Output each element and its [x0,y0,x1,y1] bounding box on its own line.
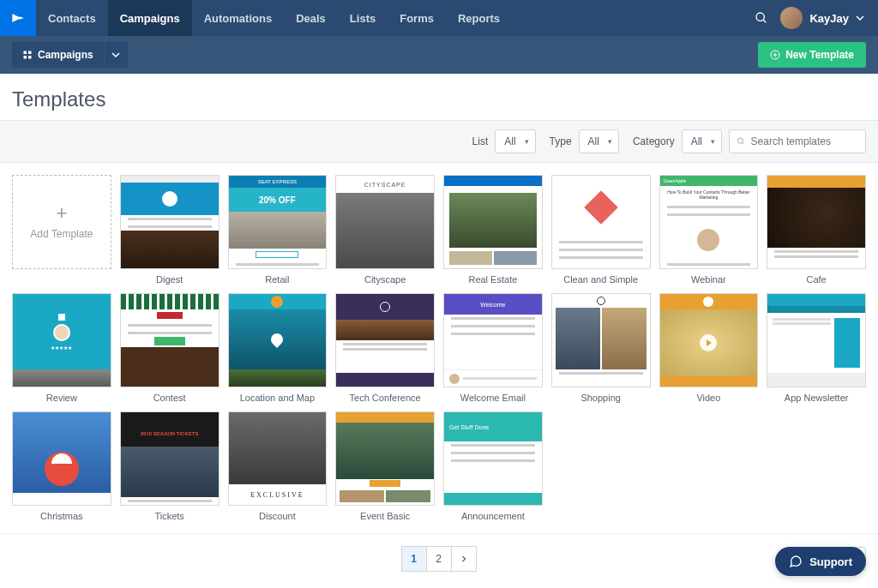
nav-item-deals[interactable]: Deals [284,0,338,36]
template-card[interactable]: WelcomeWelcome Email [443,293,543,403]
template-thumb[interactable] [12,411,111,506]
template-label: Welcome Email [460,393,526,403]
page-next[interactable] [451,546,477,572]
breadcrumb-label: Campaigns [38,49,93,61]
template-thumb[interactable]: EXCLUSIVE [228,411,328,506]
template-card[interactable]: App Newsletter [767,293,866,403]
nav-item-lists[interactable]: Lists [338,0,388,36]
pager: 12 [402,546,477,572]
template-card[interactable]: EXCLUSIVEDiscount [228,411,328,521]
template-label: Christmas [40,511,83,521]
template-label: Retail [265,274,289,285]
search-input[interactable] [751,135,858,147]
nav-item-forms[interactable]: Forms [388,0,446,36]
template-card[interactable]: 2015 SEASON TICKETSTickets [120,411,220,521]
template-thumb[interactable] [228,293,328,387]
template-label: Clean and Simple [563,274,638,285]
template-label: Webinar [691,274,726,285]
template-thumb[interactable]: CITYSCAPE [335,175,435,269]
template-card[interactable]: CITYSCAPECityscape [335,175,435,285]
svg-point-7 [737,138,743,143]
chevron-down-icon [111,51,120,59]
template-card[interactable]: Digest [120,175,220,285]
template-thumb[interactable] [659,293,759,387]
new-template-label: New Template [785,49,854,61]
filter-list-select[interactable]: All [495,129,535,153]
template-thumb[interactable]: Welcome [443,293,543,387]
logo[interactable] [0,0,36,36]
template-label: Video [696,393,720,403]
template-thumb[interactable] [120,293,220,387]
template-card[interactable]: Location and Map [228,293,328,403]
search-icon [737,136,746,147]
nav-item-reports[interactable]: Reports [446,0,512,36]
template-thumb[interactable] [767,293,866,387]
template-card[interactable]: Christmas [12,411,111,521]
template-card[interactable]: GreenAppleHow To Build Your Contacts Thr… [659,175,759,285]
user-name: KayJay [809,12,849,25]
template-card[interactable]: ★★★★★Review [12,293,111,403]
template-thumb[interactable] [335,411,435,506]
template-thumb[interactable]: GreenAppleHow To Build Your Contacts Thr… [659,175,759,269]
top-nav: ContactsCampaignsAutomationsDealsListsFo… [0,0,878,36]
page-title: Templates [0,74,878,120]
template-card[interactable]: Event Basic [335,411,435,521]
template-label: Discount [259,511,296,521]
nav-item-automations[interactable]: Automations [192,0,284,36]
template-card[interactable]: Get Stuff DoneAnnouncement [443,411,543,521]
svg-line-1 [763,20,766,22]
template-label: Location and Map [240,393,315,403]
template-thumb[interactable] [551,293,651,387]
template-label: Event Basic [360,511,410,521]
template-card[interactable]: Contest [120,293,220,403]
add-template-label: Add Template [30,228,93,240]
template-thumb[interactable]: 2015 SEASON TICKETS [120,411,220,506]
chevron-down-icon [856,14,864,22]
svg-rect-3 [28,51,32,55]
page-1[interactable]: 1 [401,546,427,572]
nav-item-campaigns[interactable]: Campaigns [108,0,192,36]
nav-item-contacts[interactable]: Contacts [36,0,108,36]
template-thumb[interactable] [767,175,866,269]
add-template-card[interactable]: +Add Template [12,175,111,285]
template-thumb[interactable] [335,293,435,387]
template-card[interactable]: Real Estate [443,175,543,285]
template-card[interactable]: Shopping [551,293,651,403]
new-template-button[interactable]: New Template [758,42,866,68]
template-card[interactable]: SEAT EXPRESS20% OFFRetail [228,175,328,285]
filter-category-select[interactable]: All [682,129,722,153]
template-label: Digest [156,274,183,285]
template-card[interactable]: Cafe [767,175,866,285]
template-thumb[interactable]: ★★★★★ [12,293,111,387]
chat-icon [789,555,803,568]
svg-line-8 [743,142,744,144]
template-thumb[interactable]: Get Stuff Done [443,411,543,506]
nav-items: ContactsCampaignsAutomationsDealsListsFo… [36,0,512,36]
template-label: Shopping [580,393,621,403]
filter-category-label: Category [633,135,675,147]
search-icon[interactable] [755,11,768,25]
template-label: Announcement [461,511,525,521]
filter-type-select[interactable]: All [579,129,619,153]
support-button[interactable]: Support [775,547,866,576]
template-thumb[interactable]: SEAT EXPRESS20% OFF [228,175,328,269]
template-card[interactable]: Clean and Simple [551,175,651,285]
template-card[interactable]: Tech Conference [335,293,435,403]
breadcrumb-button[interactable]: Campaigns [12,42,104,68]
template-card[interactable]: Video [659,293,759,403]
template-thumb[interactable] [551,175,651,269]
template-label: Tech Conference [350,393,421,403]
plus-circle-icon [770,50,780,60]
templates-grid: +Add TemplateDigestSEAT EXPRESS20% OFFRe… [12,175,866,521]
template-label: App Newsletter [785,393,849,403]
breadcrumb-dropdown[interactable] [104,42,128,68]
template-label: Cafe [807,274,827,285]
user-menu[interactable]: KayJay [780,7,864,29]
page-2[interactable]: 2 [426,546,452,572]
pagination-bar: 12 ROWS 20 [0,533,878,584]
template-thumb[interactable] [120,175,220,269]
template-label: Contest [153,393,186,403]
template-thumb[interactable] [443,175,543,269]
avatar [780,7,803,29]
search-templates[interactable] [729,129,866,153]
